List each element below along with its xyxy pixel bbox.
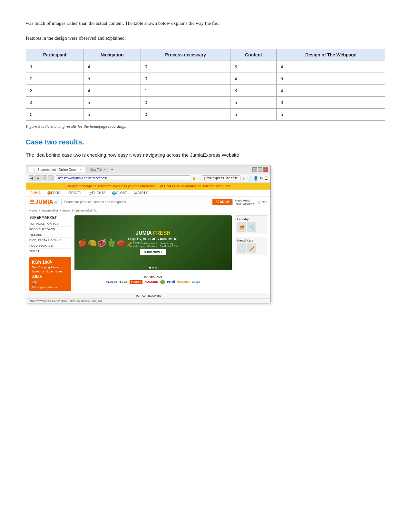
brand-dano[interactable]: 🟢 (160, 280, 165, 284)
laundry-products: 🧺 🫧 (237, 222, 265, 232)
reload-button[interactable]: ↻ (42, 175, 47, 181)
brand-persil[interactable]: Persil (167, 280, 175, 283)
hero-logo: JUMIA FRESH (128, 230, 178, 236)
new-tab-close-icon[interactable]: × (103, 168, 105, 172)
cell-r0-c1: 4 (83, 61, 141, 73)
carousel-dot-2[interactable] (152, 267, 154, 269)
cell-r4-c4: 5 (277, 109, 385, 121)
cell-r1-c3: 4 (230, 73, 277, 85)
settings-icon[interactable]: ⚙ (259, 176, 263, 181)
top-brands-title: TOP BRANDS (74, 275, 232, 278)
jumia-search-input[interactable] (62, 199, 212, 205)
breadcrumb-supermarket[interactable]: Supermarket (41, 209, 58, 212)
table-row: 45053 (26, 97, 385, 109)
sidebar-item-rice[interactable]: RICE, PASTA & GRAINS (29, 238, 71, 243)
promo-bar: Bought it cheaper elsewhere? We'll pay y… (26, 183, 270, 190)
carousel-dot-1[interactable] (149, 267, 151, 269)
jumia-search-bar[interactable]: SEARCH (61, 199, 233, 205)
promo-brand-logo: JUMIA (32, 275, 69, 279)
cell-r2-c1: 4 (83, 85, 141, 97)
cell-r4-c2: 0 (141, 109, 230, 121)
product-toothpaste1[interactable]: 🦷 (237, 243, 246, 253)
account-text: Your Account (235, 202, 252, 205)
nav-flights[interactable]: 🛫FLIGHTS (87, 191, 107, 195)
brand-gmo[interactable]: ✱GMO (119, 281, 128, 283)
hero-food-icons: 🍎🍋🥩🫑🍅🥕 (74, 238, 136, 247)
need-help-link[interactable]: Need Help? Your Account ▾ (235, 199, 255, 205)
sidebar-item-tissues[interactable]: TISSUES (29, 232, 71, 238)
col-content: Content (230, 49, 277, 61)
col-navigation: Navigation (83, 49, 141, 61)
nav-jumia[interactable]: JUMIA (29, 191, 42, 195)
sidebar-item-toiletries[interactable]: TOILETH... (29, 249, 71, 254)
brand-tuskys[interactable]: TUSKYS (130, 280, 142, 284)
brand-velvex[interactable]: Velvex (192, 281, 200, 283)
cell-r1-c1: 5 (83, 73, 141, 85)
profile-icon[interactable]: 👤 (253, 176, 258, 181)
breadcrumb: Home > Supermarket > Search in Supermark… (26, 208, 270, 213)
hero-carousel-dots (149, 267, 157, 269)
product-omo[interactable]: 🧺 (237, 222, 246, 232)
jumia-search-button[interactable]: SEARCH (212, 199, 232, 205)
sidebar-item-food-cupboard[interactable]: FOOD CUPBOARD (29, 227, 71, 232)
nav-travel[interactable]: ✈TRAVEL (65, 191, 83, 195)
table-row: 25045 (26, 73, 385, 85)
intro-text-line2: features in the design were observed and… (26, 34, 385, 43)
cart-area[interactable]: 🛒 Cart (257, 201, 267, 204)
menu-hamburger-icon[interactable]: ☰ (29, 199, 34, 206)
hero-cta-button[interactable]: SHOP NOW > (140, 249, 166, 255)
sidebar-item-top-picks[interactable]: TOP PICKS FOR YOU (29, 221, 71, 227)
back-button[interactable]: ◀ (29, 175, 34, 181)
jumia-body: SUPERMARKET TOP PICKS FOR YOU FOOD CUPBO… (26, 213, 270, 293)
browser-tab-active[interactable]: 🛒 Supermarket | Online Groc... × (29, 167, 85, 172)
forward-button[interactable]: ▶ (35, 175, 41, 181)
tab-label-active: Supermarket | Online Groc... (37, 168, 78, 172)
nav-globe[interactable]: 🌍GLOBE (111, 191, 128, 195)
breadcrumb-home[interactable]: Home (29, 209, 37, 212)
laundry-section: Laundry 🧺 🫧 (235, 215, 267, 234)
laundry-title: Laundry (237, 218, 265, 221)
nav-buttons: ◀ ▶ ↻ ⌂ (29, 175, 54, 181)
brand-maccoffee[interactable]: MacCoffee (177, 281, 190, 283)
add-tab-button[interactable]: + (111, 167, 113, 172)
promo-truck-icon: 🚚 (32, 279, 69, 286)
cell-r2-c0: 3 (26, 85, 84, 97)
logo-cart-icon: 🛒 (54, 200, 59, 204)
brand-huggies[interactable]: HUGGIES (144, 280, 158, 283)
hero-banner: 🍎🍋🥩🫑🍅🥕 JUMIA FRESH FRUITS, VEGGIES AND M… (74, 215, 232, 270)
tab-favicon: 🛒 (32, 168, 36, 172)
hero-logo-accent: FRESH (153, 230, 171, 236)
nav-party[interactable]: 🎉PARTY (132, 191, 149, 195)
col-design: Design of The Webpage (277, 49, 385, 61)
maximize-button[interactable]: □ (258, 167, 262, 172)
home-button[interactable]: ⌂ (48, 175, 54, 181)
breadcrumb-sep1: > (38, 209, 40, 212)
product-toothpaste2[interactable]: 🪥 (247, 243, 256, 253)
browser-tab-new[interactable]: New Tab × (86, 167, 109, 172)
hero-content: JUMIA FRESH FRUITS, VEGGIES AND MEAT FRE… (128, 230, 178, 255)
cell-r3-c3: 5 (230, 97, 277, 109)
promo-text: Bought it cheaper elsewhere? We'll pay y… (66, 184, 156, 188)
breadcrumb-search[interactable]: Search in Supermarket (62, 209, 92, 212)
product-persil-laundry[interactable]: 🫧 (247, 222, 256, 232)
brand-pampers[interactable]: Pampers (106, 281, 117, 283)
bookmark-icon[interactable]: 📄 (247, 176, 252, 181)
sidebar-item-food-storage[interactable]: FOOD STORAGE (29, 243, 71, 249)
minimize-button[interactable]: ─ (252, 167, 257, 172)
tab-close-icon[interactable]: × (80, 168, 82, 172)
address-bar[interactable]: https://www.jumia.co.ke/groceries/ (56, 175, 190, 181)
cart-label: Cart (262, 201, 267, 204)
jumia-site-content: Bought it cheaper elsewhere? We'll pay y… (26, 183, 270, 303)
nav-food[interactable]: 🍔FOOD (46, 191, 62, 195)
star-icon[interactable]: ☆ (242, 176, 246, 181)
cell-r3-c2: 0 (141, 97, 230, 109)
case-two-heading: Case two results. (26, 138, 385, 146)
breadcrumb-search-icon[interactable]: 🔍 (93, 209, 97, 212)
menu-icon[interactable]: ☰ (264, 176, 268, 181)
window-controls: ─ □ × (252, 167, 268, 172)
carousel-dot-3[interactable] (155, 267, 157, 269)
cell-r0-c3: 3 (230, 61, 277, 73)
browser-search-field[interactable]: jumia express use case (202, 175, 240, 181)
close-button[interactable]: × (263, 167, 268, 172)
brands-row: Pampers ✱GMO TUSKYS HUGGIES 🟢 Persil Mac… (74, 280, 232, 284)
